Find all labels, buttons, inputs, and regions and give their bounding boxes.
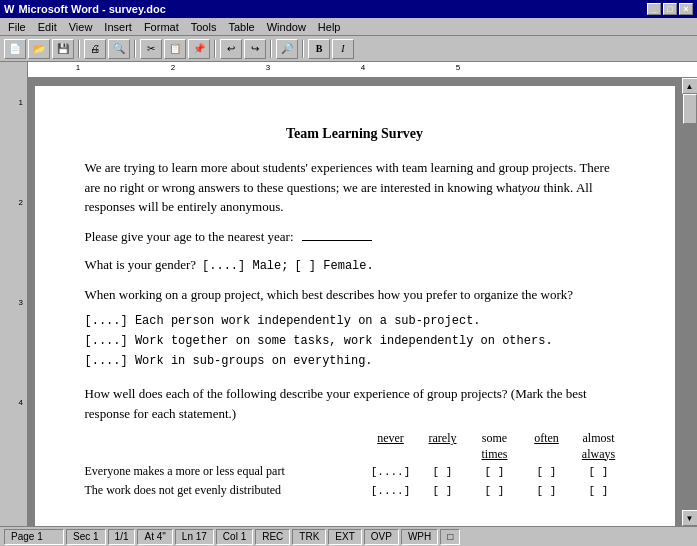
scale-header-often: often xyxy=(521,431,573,462)
scroll-up-button[interactable]: ▲ xyxy=(682,78,698,94)
work-options: [....] Each person work independently on… xyxy=(85,312,625,370)
work-option-1[interactable]: [....] Each person work independently on… xyxy=(85,312,625,330)
scale-sometimes-bot: times xyxy=(469,447,521,463)
status-page: Page 1 xyxy=(4,529,64,545)
find-button[interactable]: 🔎 xyxy=(276,39,298,59)
new-button[interactable]: 📄 xyxy=(4,39,26,59)
scale-row-1-box-4[interactable]: [ ] xyxy=(521,466,573,478)
menu-format[interactable]: Format xyxy=(138,20,185,34)
scale-row-2-boxes: [....] [ ] [ ] [ ] [ ] xyxy=(345,485,625,497)
paste-button[interactable]: 📌 xyxy=(188,39,210,59)
bold-button[interactable]: B xyxy=(308,39,330,59)
page-number-indicator-4: 4 xyxy=(19,398,23,407)
ruler-num-5: 5 xyxy=(456,63,460,72)
toolbar-separator-4 xyxy=(270,40,272,58)
intro-paragraph: We are trying to learn more about studen… xyxy=(85,158,625,217)
menu-edit[interactable]: Edit xyxy=(32,20,63,34)
redo-button[interactable]: ↪ xyxy=(244,39,266,59)
ruler-num-2: 2 xyxy=(171,63,175,72)
document-scroll-area[interactable]: Team Learning Survey We are trying to le… xyxy=(28,78,681,526)
scale-row-2-box-1[interactable]: [....] xyxy=(365,485,417,497)
scale-never-label: never xyxy=(365,431,417,447)
ruler-num-1: 1 xyxy=(76,63,80,72)
cut-button[interactable]: ✂ xyxy=(140,39,162,59)
scale-question-text: How well does each of the following desc… xyxy=(85,384,625,423)
status-ovr: OVP xyxy=(364,529,399,545)
print-button[interactable]: 🖨 xyxy=(84,39,106,59)
work-question-text: When working on a group project, which b… xyxy=(85,287,574,302)
scale-row-2-box-3[interactable]: [ ] xyxy=(469,485,521,497)
scale-row-2-label: The work does not get evenly distributed xyxy=(85,483,345,498)
status-bar: Page 1 Sec 1 1/1 At 4" Ln 17 Col 1 REC T… xyxy=(0,526,697,546)
scale-row-1-box-3[interactable]: [ ] xyxy=(469,466,521,478)
ruler: 1 2 3 4 5 xyxy=(28,62,697,78)
scale-row-1-boxes: [....] [ ] [ ] [ ] [ ] xyxy=(345,466,625,478)
preview-button[interactable]: 🔍 xyxy=(108,39,130,59)
scroll-track[interactable] xyxy=(682,94,698,510)
status-mode: □ xyxy=(440,529,460,545)
scale-row-1-box-5[interactable]: [ ] xyxy=(573,466,625,478)
gender-male-bracket[interactable]: [....] Male; xyxy=(202,259,288,273)
scale-often-label: often xyxy=(521,431,573,447)
ruler-margin xyxy=(0,62,28,78)
scroll-down-button[interactable]: ▼ xyxy=(682,510,698,526)
scale-row-2-box-5[interactable]: [ ] xyxy=(573,485,625,497)
scale-row-1: Everyone makes a more or less equal part… xyxy=(85,464,625,479)
toolbar-separator-1 xyxy=(78,40,80,58)
status-position: 1/1 xyxy=(108,529,136,545)
minimize-button[interactable]: _ xyxy=(647,3,661,15)
menu-insert[interactable]: Insert xyxy=(98,20,138,34)
scale-row-1-box-2[interactable]: [ ] xyxy=(417,466,469,478)
maximize-button[interactable]: □ xyxy=(663,3,677,15)
toolbar-separator-2 xyxy=(134,40,136,58)
document-page: Team Learning Survey We are trying to le… xyxy=(35,86,675,526)
gender-prompt-line: What is your gender? [....] Male; [ ] Fe… xyxy=(85,257,625,273)
status-wph: WPH xyxy=(401,529,438,545)
status-rec: REC xyxy=(255,529,290,545)
status-ln: Ln 17 xyxy=(175,529,214,545)
open-button[interactable]: 📂 xyxy=(28,39,50,59)
scale-sometimes-top: some xyxy=(469,431,521,447)
title-bar-buttons: _ □ × xyxy=(647,3,693,15)
scale-rarely-label: rarely xyxy=(417,431,469,447)
scale-header-sometimes: some times xyxy=(469,431,521,462)
menu-help[interactable]: Help xyxy=(312,20,347,34)
menu-tools[interactable]: Tools xyxy=(185,20,223,34)
age-prompt-line: Please give your age to the nearest year… xyxy=(85,229,625,245)
undo-button[interactable]: ↩ xyxy=(220,39,242,59)
window-title: Microsoft Word - survey.doc xyxy=(18,3,166,15)
italic-button[interactable]: I xyxy=(332,39,354,59)
scale-row-1-box-1[interactable]: [....] xyxy=(365,466,417,478)
close-button[interactable]: × xyxy=(679,3,693,15)
menu-view[interactable]: View xyxy=(63,20,99,34)
save-button[interactable]: 💾 xyxy=(52,39,74,59)
menu-window[interactable]: Window xyxy=(261,20,312,34)
scroll-thumb[interactable] xyxy=(683,94,697,124)
menu-file[interactable]: File xyxy=(2,20,32,34)
ruler-container: 1 2 3 4 5 xyxy=(0,62,697,78)
title-bar: W Microsoft Word - survey.doc _ □ × xyxy=(0,0,697,18)
document-title: Team Learning Survey xyxy=(85,126,625,142)
scale-almost-top: almost xyxy=(573,431,625,447)
left-margin-bar: 1 2 3 4 xyxy=(0,78,28,526)
work-option-2[interactable]: [....] Work together on some tasks, work… xyxy=(85,332,625,350)
copy-button[interactable]: 📋 xyxy=(164,39,186,59)
scale-header-almost: almost always xyxy=(573,431,625,462)
scale-row-2-box-2[interactable]: [ ] xyxy=(417,485,469,497)
menu-table[interactable]: Table xyxy=(222,20,260,34)
page-number-indicator: 1 xyxy=(19,98,23,107)
status-ext: EXT xyxy=(328,529,361,545)
ruler-num-4: 4 xyxy=(361,63,365,72)
status-at: At 4" xyxy=(137,529,172,545)
gender-female-bracket[interactable]: [ ] Female. xyxy=(294,259,373,273)
scale-section: How well does each of the following desc… xyxy=(85,384,625,498)
age-input-line[interactable] xyxy=(302,240,372,241)
scale-headers: never rarely some times often xyxy=(345,431,625,462)
toolbar-separator-5 xyxy=(302,40,304,58)
gender-prompt-text: What is your gender? xyxy=(85,257,197,273)
scale-almost-bot: always xyxy=(573,447,625,463)
scale-row-2: The work does not get evenly distributed… xyxy=(85,483,625,498)
scale-row-2-box-4[interactable]: [ ] xyxy=(521,485,573,497)
work-option-3[interactable]: [....] Work in sub-groups on everything. xyxy=(85,352,625,370)
page-number-indicator-3: 3 xyxy=(19,298,23,307)
